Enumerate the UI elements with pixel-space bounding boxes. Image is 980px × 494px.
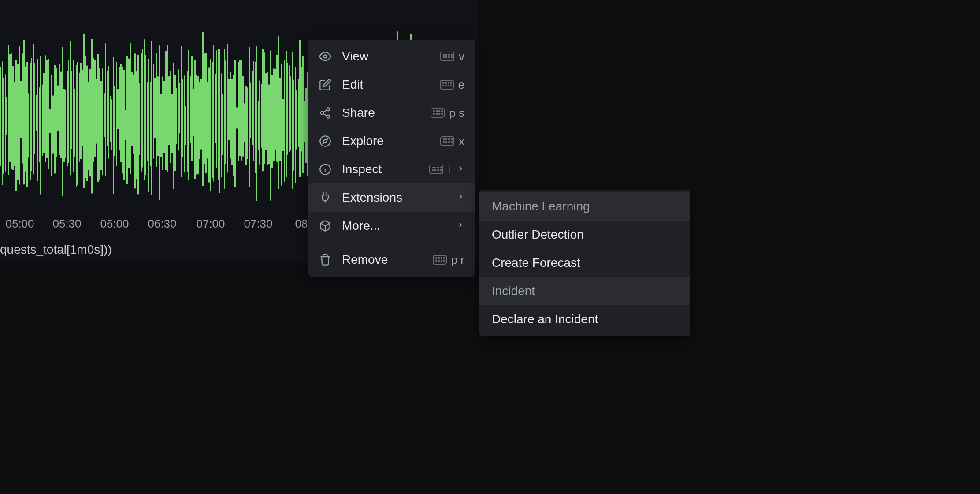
menu-item-label: Inspect	[342, 162, 429, 176]
menu-divider	[308, 243, 475, 243]
menu-item-share[interactable]: Sharep s	[308, 99, 475, 127]
cube-icon	[319, 220, 331, 232]
submenu-item[interactable]: Create Forecast	[479, 249, 690, 277]
chevron-right-icon	[457, 221, 464, 231]
svg-line-5	[323, 110, 327, 112]
svg-point-3	[327, 115, 330, 118]
shortcut: v	[440, 50, 464, 64]
shortcut: e	[440, 78, 464, 92]
chevron-right-icon	[457, 165, 464, 174]
compass-icon	[319, 135, 331, 147]
submenu-item[interactable]: Declare an Incident	[479, 305, 690, 333]
svg-marker-7	[323, 139, 327, 143]
menu-item-label: View	[342, 49, 440, 64]
shortcut: x	[440, 135, 464, 148]
x-tick: 05:30	[52, 217, 81, 231]
x-tick: 06:00	[100, 217, 129, 231]
eye-icon	[319, 50, 331, 63]
keyboard-icon	[440, 52, 454, 61]
share-icon	[319, 107, 331, 119]
svg-point-6	[320, 136, 330, 146]
menu-item-label: More...	[342, 219, 450, 233]
submenu-section-header: Incident	[479, 277, 690, 305]
menu-item-inspect[interactable]: Inspecti	[308, 155, 475, 183]
query-label: quests_total[1m0s]))	[0, 243, 112, 257]
shortcut: i	[429, 163, 450, 176]
keyboard-icon	[431, 108, 445, 118]
menu-item-view[interactable]: Viewv	[308, 42, 475, 71]
shortcut: p r	[433, 253, 464, 267]
svg-point-2	[321, 112, 324, 115]
shortcut-key: v	[459, 50, 464, 64]
shortcut: p s	[431, 106, 464, 120]
shortcut-key: e	[458, 78, 464, 92]
x-tick: 07:00	[196, 217, 225, 231]
shortcut-key: p r	[451, 253, 464, 267]
shortcut-key: i	[448, 163, 450, 176]
chevron-right-icon	[457, 193, 464, 202]
shortcut-key: x	[459, 135, 464, 148]
menu-item-remove[interactable]: Remove p r	[308, 246, 475, 274]
submenu-item[interactable]: Outlier Detection	[479, 221, 690, 249]
x-tick: 08	[295, 217, 308, 231]
keyboard-icon	[440, 80, 454, 90]
menu-item-extensions[interactable]: Extensions	[308, 183, 475, 212]
x-tick: 06:30	[148, 217, 176, 231]
menu-item-label: Edit	[342, 78, 440, 92]
menu-item-label: Remove	[342, 253, 433, 267]
shortcut-key: p s	[449, 106, 464, 120]
keyboard-icon	[440, 136, 454, 146]
menu-item-label: Share	[342, 106, 431, 120]
menu-item-explore[interactable]: Explorex	[308, 127, 475, 155]
svg-line-4	[323, 114, 327, 116]
panel-context-menu: ViewvEditeSharep sExplorexInspectiExtens…	[308, 40, 475, 277]
x-tick: 05:00	[5, 217, 34, 231]
menu-item-more[interactable]: More...	[308, 212, 475, 240]
trash-icon	[319, 254, 331, 266]
keyboard-icon	[429, 165, 443, 174]
menu-item-label: Extensions	[342, 191, 450, 205]
menu-item-label: Explore	[342, 134, 440, 148]
plug-icon	[319, 191, 331, 204]
extensions-submenu: Machine LearningOutlier DetectionCreate …	[479, 190, 690, 336]
svg-point-1	[327, 108, 330, 111]
pencil-icon	[319, 79, 331, 91]
menu-item-edit[interactable]: Edite	[308, 71, 475, 99]
submenu-section-header: Machine Learning	[479, 192, 690, 221]
info-icon	[319, 163, 331, 176]
keyboard-icon	[433, 255, 447, 265]
svg-point-0	[324, 55, 327, 58]
x-tick: 07:30	[244, 217, 272, 231]
